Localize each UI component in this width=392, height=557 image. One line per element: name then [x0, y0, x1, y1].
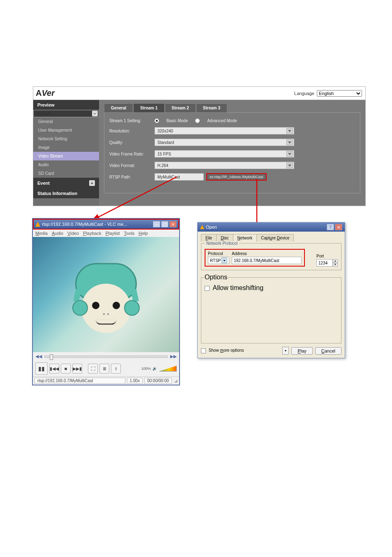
timeshift-option[interactable]: Allow timeshifting [205, 284, 263, 291]
playback-time: 00:00/00:00 [144, 378, 172, 384]
tab-stream1[interactable]: Stream 1 [133, 103, 164, 113]
address-label: Address [232, 251, 302, 256]
chevron-down-icon [286, 162, 293, 168]
sidebar-item-image[interactable]: Image [33, 143, 99, 152]
sidebar-item-sd-card[interactable]: SD Card [33, 169, 99, 178]
tab-capture[interactable]: Capture Device [256, 234, 294, 241]
playlist-button[interactable]: ≣ [99, 364, 109, 374]
show-more-option[interactable]: Show more options [201, 348, 244, 353]
language-select[interactable]: English [317, 90, 362, 97]
sidebar-section-system[interactable]: System − [33, 110, 99, 117]
menu-playback[interactable]: Playback [83, 231, 101, 236]
tab-file[interactable]: File [201, 234, 217, 241]
chevron-down-icon: ▾ [221, 258, 227, 263]
sidebar-section-preview[interactable]: Preview [33, 100, 99, 110]
next-button[interactable]: ▶▶▮ [72, 364, 82, 374]
menu-video[interactable]: Video [67, 231, 79, 236]
address-input[interactable] [232, 257, 302, 264]
main-panel: General Stream 1 Stream 2 Stream 3 Strea… [99, 100, 365, 206]
seek-bar[interactable] [44, 355, 168, 358]
close-button[interactable]: ✕ [335, 224, 342, 230]
menu-help[interactable]: Help [138, 231, 148, 236]
collapse-icon[interactable]: − [92, 111, 98, 116]
prev-button[interactable]: ▮◀◀ [49, 364, 59, 374]
spinner-down[interactable]: ▼ [333, 263, 338, 267]
vlc-titlebar[interactable]: rtsp://192.168.0.7/MyMultiCast - VLC me.… [33, 219, 179, 230]
network-protocol-fieldset: Network Protocol Protocol RTSP ▾ Address [201, 241, 341, 270]
video-area[interactable] [33, 237, 179, 352]
fps-select[interactable]: 15 FPS [154, 150, 294, 158]
tab-network[interactable]: Network [233, 234, 257, 241]
chevron-down-icon [286, 128, 293, 134]
open-tabs: File Disc Network Capture Device [201, 234, 341, 241]
play-split-button[interactable]: ▾ [282, 347, 289, 355]
play-button[interactable]: Play [291, 347, 312, 355]
sidebar-item-user-management[interactable]: User Management [33, 126, 99, 135]
open-dialog: Open ? ✕ File Disc Network Capture Devic… [197, 222, 345, 358]
port-input[interactable] [316, 259, 333, 267]
open-title-text: Open [206, 225, 217, 230]
language-label: Language [294, 91, 314, 96]
seek-thumb[interactable] [50, 354, 53, 360]
protocol-select[interactable]: RTSP ▾ [208, 257, 229, 264]
sidebar-section-event[interactable]: Event + [33, 178, 99, 188]
stream1-panel: Stream 1 Setting: Basic Mode Advanced Mo… [104, 112, 360, 193]
cancel-button[interactable]: Cancel [315, 347, 341, 355]
tab-disc[interactable]: Disc [216, 234, 233, 241]
checkbox-icon[interactable] [201, 348, 206, 353]
config-window: AVer Language English Preview System − G… [33, 86, 366, 206]
menu-playlist[interactable]: Playlist [106, 231, 120, 236]
spinner-up[interactable]: ▲ [333, 259, 338, 263]
minimize-button[interactable]: – [153, 221, 160, 227]
sidebar-item-network-setting[interactable]: Network Setting [33, 135, 99, 143]
volume-slider[interactable] [159, 366, 177, 371]
quality-select[interactable]: Standard [154, 139, 294, 146]
playback-speed: 1.00x [127, 378, 143, 384]
protocol-label: Protocol [208, 251, 229, 256]
stop-button[interactable]: ■ [61, 364, 71, 374]
menu-tools[interactable]: Tools [124, 231, 135, 236]
rtsp-hint: ex:rtsp://IP_Adress /MyMultiCast [206, 173, 267, 181]
tab-stream3[interactable]: Stream 3 [196, 103, 227, 113]
language-selector: Language English [294, 90, 362, 97]
resize-grip-icon[interactable]: ◢ [174, 378, 178, 383]
volume-label: 100% [141, 367, 151, 371]
sidebar-section-status[interactable]: Status Information [33, 188, 99, 198]
sidebar-item-video-stream[interactable]: Video Stream [33, 152, 99, 160]
setting-label: Stream 1 Setting: [109, 118, 154, 123]
help-button[interactable]: ? [327, 224, 334, 230]
menu-audio[interactable]: Audio [52, 231, 63, 236]
vlc-cone-icon [200, 225, 204, 229]
controls-row: ▮▮ ▮◀◀ ■ ▶▶▮ ⛶ ≣ ⫴ 100% 🔊 [33, 361, 179, 376]
speaker-icon[interactable]: 🔊 [152, 367, 157, 371]
rtsp-path-input[interactable]: MyMultiCast [154, 173, 204, 181]
menu-media[interactable]: Media [35, 231, 48, 236]
close-button[interactable]: ✕ [169, 221, 177, 227]
sidebar-item-audio[interactable]: Audio [33, 160, 99, 169]
radio-basic-mode[interactable] [154, 118, 159, 123]
checkbox-icon[interactable] [205, 286, 210, 291]
play-pause-button[interactable]: ▮▮ [35, 362, 48, 375]
radio-advanced-mode[interactable] [195, 118, 200, 123]
topbar: AVer Language English [33, 87, 365, 100]
network-protocol-legend: Network Protocol [205, 241, 239, 246]
port-label: Port [316, 254, 338, 258]
expand-icon[interactable]: + [89, 180, 95, 186]
tab-general[interactable]: General [104, 103, 133, 113]
fullscreen-button[interactable]: ⛶ [88, 364, 98, 374]
equalizer-button[interactable]: ⫴ [111, 364, 121, 374]
open-titlebar[interactable]: Open ? ✕ [198, 223, 345, 232]
maximize-button[interactable]: ▢ [161, 221, 168, 227]
basic-mode-label: Basic Mode [166, 118, 188, 123]
sidebar-item-general[interactable]: General [33, 117, 99, 126]
vlc-title-text: rtsp://192.168.0.7/MyMultiCast - VLC me.… [42, 222, 127, 227]
status-bar: rtsp://192.168.0.7/MyMultiCast 1.00x 00:… [33, 376, 179, 385]
rtsp-label: RTSP Path: [109, 175, 154, 179]
stream-tabs: General Stream 1 Stream 2 Stream 3 [104, 103, 360, 113]
format-select[interactable]: H.264 [154, 162, 294, 169]
forward-icon[interactable]: ▶▶ [170, 354, 177, 359]
tab-stream2[interactable]: Stream 2 [165, 103, 196, 113]
resolution-label: Resolution: [109, 129, 154, 133]
rewind-icon[interactable]: ◀◀ [35, 354, 42, 359]
resolution-select[interactable]: 320x240 [154, 127, 294, 135]
